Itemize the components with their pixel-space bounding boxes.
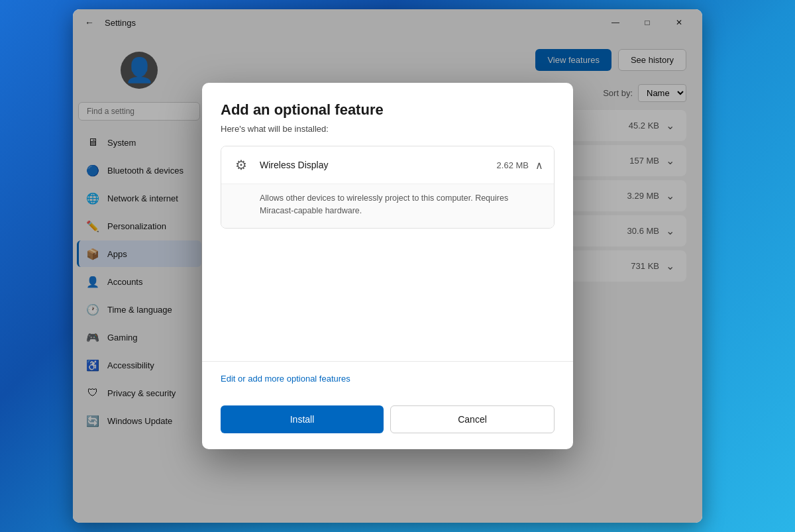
wireless-display-icon: ⚙ xyxy=(232,156,250,174)
settings-window: ← Settings — □ ✕ 👤 🖥 System 🔵 Bluet xyxy=(73,9,702,523)
feature-card-description: Allows other devices to wirelessly proje… xyxy=(221,184,554,228)
modal-footer: Install Cancel xyxy=(202,395,573,449)
modal-link-row: Edit or add more optional features xyxy=(202,361,573,395)
feature-card: ⚙ Wireless Display 2.62 MB ∧ Allows othe… xyxy=(221,146,555,229)
install-button[interactable]: Install xyxy=(221,405,384,433)
spacer xyxy=(221,229,555,361)
cancel-button[interactable]: Cancel xyxy=(390,405,555,433)
modal-title: Add an optional feature xyxy=(221,101,555,119)
modal-body: Add an optional feature Here's what will… xyxy=(202,83,573,361)
chevron-up-icon: ∧ xyxy=(535,159,543,172)
feature-card-header[interactable]: ⚙ Wireless Display 2.62 MB ∧ xyxy=(221,146,554,184)
add-optional-feature-modal: Add an optional feature Here's what will… xyxy=(202,83,573,449)
edit-features-link[interactable]: Edit or add more optional features xyxy=(221,374,350,384)
feature-card-name: Wireless Display xyxy=(260,160,497,170)
modal-subtitle: Here's what will be installed: xyxy=(221,124,555,134)
feature-card-size: 2.62 MB xyxy=(497,160,529,170)
modal-overlay: Add an optional feature Here's what will… xyxy=(73,9,702,523)
